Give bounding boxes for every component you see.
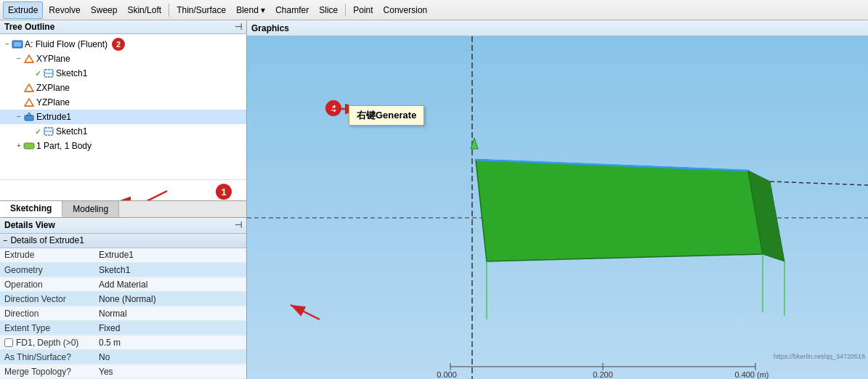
separator-1: [169, 4, 169, 17]
skin-loft-button[interactable]: Skin/Loft: [123, 1, 166, 19]
details-section-title: Details of Extrude1: [10, 235, 84, 245]
details-title: Details View: [4, 220, 55, 230]
thin-surface-button[interactable]: Thin/Surface: [172, 1, 230, 19]
graphics-header: Graphics: [247, 20, 868, 36]
revolve-button[interactable]: Revolve: [44, 1, 84, 19]
conversion-button[interactable]: Conversion: [379, 1, 432, 19]
details-pin-icon[interactable]: ⊣: [235, 220, 242, 230]
tree-item-extrude1-label: Extrude1: [36, 110, 71, 123]
detail-label-merge: Merge Topology?: [0, 364, 94, 379]
detail-value-geometry: Sketch1: [94, 263, 246, 277]
section-toggle[interactable]: −: [3, 236, 7, 245]
tree-item-root-label: A: Fluid Flow (Fluent): [25, 38, 108, 51]
depth-checkbox[interactable]: [4, 338, 13, 347]
chamfer-button[interactable]: Chamfer: [271, 1, 313, 19]
tree-outline-content[interactable]: − A: Fluid Flow (Fluent) 2 − XYPlane: [0, 34, 246, 179]
tree-item-part[interactable]: + 1 Part, 1 Body: [0, 139, 246, 153]
detail-row-thin-surface: As Thin/Surface? No: [0, 350, 246, 364]
details-view: Details View ⊣ − Details of Extrude1 Ext…: [0, 218, 246, 380]
detail-row-merge: Merge Topology? Yes: [0, 364, 246, 379]
details-header: Details View ⊣: [0, 218, 246, 234]
watermark: https://bkerlin.net/qq_34720518: [774, 353, 865, 360]
tree-item-zxplane-label: ZXPlane: [36, 81, 70, 94]
detail-label-geometry: Geometry: [0, 263, 94, 277]
sketch-ex-icon: [43, 126, 54, 136]
svg-line-17: [145, 191, 167, 200]
toggle-root[interactable]: −: [3, 38, 12, 51]
detail-label-extrude: Extrude: [0, 248, 94, 263]
detail-row-direction-vector: Direction Vector None (Normal): [0, 292, 246, 306]
tree-item-yzplane-label: YZPlane: [36, 96, 70, 109]
detail-row-extrude: Extrude Extrude1: [0, 248, 246, 263]
svg-marker-6: [25, 84, 33, 91]
detail-label-direction: Direction: [0, 306, 94, 321]
sweep-button[interactable]: Sweep: [86, 1, 122, 19]
tree-item-sketch1-ex[interactable]: ✓ Sketch1: [0, 124, 246, 139]
annotation-badge-2: 2: [112, 38, 125, 51]
toggle-xyplane[interactable]: −: [15, 52, 23, 65]
svg-rect-14: [24, 143, 34, 149]
extrude-button[interactable]: Extrude: [3, 1, 43, 19]
details-section-header: − Details of Extrude1: [0, 234, 246, 248]
graphics-panel[interactable]: Graphics: [247, 20, 868, 379]
detail-value-direction-vector: None (Normal): [94, 292, 246, 306]
tree-item-extrude1[interactable]: − Extrude1: [0, 110, 246, 124]
tree-outline-header: Tree Outline ⊣: [0, 20, 246, 34]
details-table: Extrude Extrude1 Geometry Sketch1 Operat…: [0, 248, 246, 380]
arrow-area: 1: [0, 179, 246, 200]
graphics-content[interactable]: 0.000 0.200 0.400 (m) 右键Generate 4: [247, 36, 868, 379]
zxplane-icon: [23, 83, 35, 93]
graphics-title: Graphics: [251, 23, 289, 33]
tooltip-text: 右键Generate: [357, 110, 416, 121]
slice-button[interactable]: Slice: [315, 1, 342, 19]
annotation-arrows-svg: [0, 180, 246, 200]
depth-checkbox-cell: FD1, Depth (>0): [4, 338, 90, 348]
svg-text:0.000: 0.000: [437, 370, 457, 379]
detail-label-direction-vector: Direction Vector: [0, 292, 94, 306]
tab-sketching[interactable]: Sketching: [0, 201, 62, 217]
svg-text:0.400 (m): 0.400 (m): [734, 370, 768, 379]
model-icon: [12, 39, 23, 49]
detail-value-extrude: Extrude1: [94, 248, 246, 263]
detail-row-geometry: Geometry Sketch1: [0, 263, 246, 277]
tab-modeling[interactable]: Modeling: [62, 201, 119, 217]
detail-label-extent-type: Extent Type: [0, 321, 94, 335]
detail-value-thin-surface: No: [94, 350, 246, 364]
plane-icon: [23, 54, 35, 64]
main-toolbar: Extrude Revolve Sweep Skin/Loft Thin/Sur…: [0, 0, 868, 20]
annotation-4: 4: [325, 100, 341, 116]
tree-item-xyplane[interactable]: − XYPlane: [0, 52, 246, 66]
tree-item-zxplane[interactable]: ZXPlane: [0, 81, 246, 95]
tree-pin-icon[interactable]: ⊣: [235, 22, 242, 32]
detail-label-depth: FD1, Depth (>0): [0, 335, 94, 350]
toggle-extrude1[interactable]: −: [15, 110, 23, 123]
svg-marker-2: [25, 55, 33, 62]
detail-value-direction: Normal: [94, 306, 246, 321]
tree-item-yzplane[interactable]: YZPlane: [0, 95, 246, 110]
tree-item-root[interactable]: − A: Fluid Flow (Fluent) 2: [0, 37, 246, 52]
tree-item-sketch1-xy[interactable]: ✓ Sketch1: [0, 66, 246, 81]
detail-value-extent-type: Fixed: [94, 321, 246, 335]
svg-text:0.200: 0.200: [593, 370, 613, 379]
blend-button[interactable]: Blend ▾: [232, 1, 269, 19]
svg-rect-10: [25, 115, 33, 121]
svg-marker-11: [27, 113, 31, 115]
tree-item-xyplane-label: XYPlane: [36, 52, 70, 65]
sketch-icon: [43, 68, 54, 78]
check-icon-sketch1-xy: ✓: [35, 67, 41, 80]
check-icon-sketch1-ex: ✓: [35, 125, 41, 138]
tree-outline-title: Tree Outline: [4, 22, 54, 32]
main-layout: Tree Outline ⊣ − A: Fluid Flow (Fluent) …: [0, 20, 868, 379]
toggle-part[interactable]: +: [15, 139, 23, 152]
annotation-1-badge: 1: [216, 184, 232, 200]
separator-2: [345, 4, 346, 17]
point-button[interactable]: Point: [349, 1, 377, 19]
svg-marker-21: [476, 160, 763, 261]
detail-value-depth: 0.5 m: [94, 335, 246, 350]
detail-row-operation: Operation Add Material: [0, 277, 246, 292]
svg-rect-1: [14, 42, 21, 46]
svg-marker-8: [25, 99, 33, 106]
tree-item-part-label: 1 Part, 1 Body: [36, 139, 92, 152]
detail-row-depth: FD1, Depth (>0) 0.5 m: [0, 335, 246, 350]
yzplane-icon: [23, 97, 35, 107]
